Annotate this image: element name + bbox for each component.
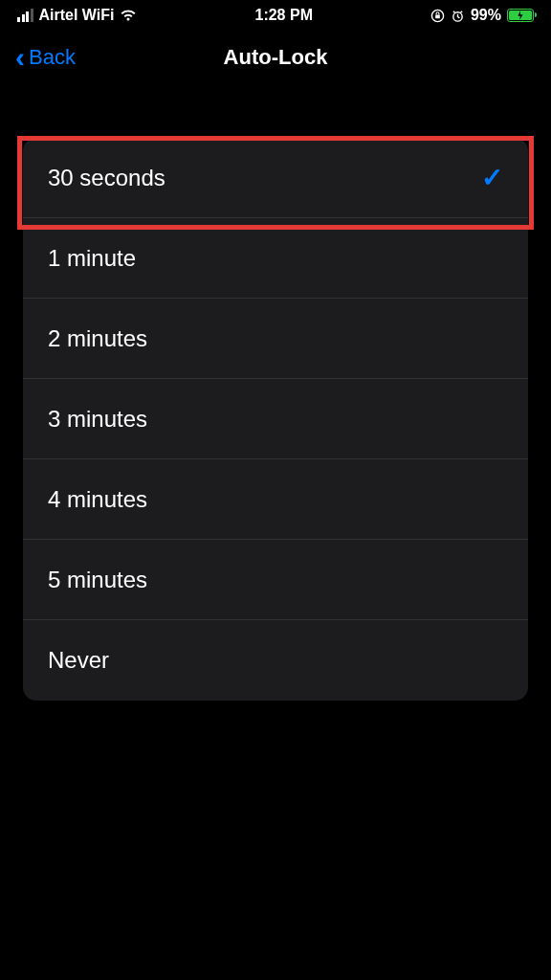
status-time: 1:28 PM	[254, 7, 312, 24]
status-left: Airtel WiFi	[17, 7, 137, 24]
back-button[interactable]: ‹ Back	[15, 43, 76, 72]
signal-icon	[17, 9, 33, 22]
back-label: Back	[29, 45, 76, 70]
option-3-minutes[interactable]: 3 minutes	[23, 379, 528, 459]
checkmark-icon: ✓	[481, 162, 503, 193]
autolock-options-list: 30 seconds ✓ 1 minute 2 minutes 3 minute…	[23, 138, 528, 701]
orientation-lock-icon	[430, 9, 445, 23]
carrier-label: Airtel WiFi	[39, 7, 115, 24]
option-label: 30 seconds	[48, 165, 165, 191]
page-title: Auto-Lock	[224, 45, 328, 70]
option-never[interactable]: Never	[23, 620, 528, 701]
option-4-minutes[interactable]: 4 minutes	[23, 459, 528, 540]
chevron-left-icon: ‹	[15, 43, 25, 72]
option-label: 1 minute	[48, 245, 136, 272]
option-label: Never	[48, 647, 109, 674]
status-right: 99%	[430, 7, 534, 24]
option-1-minute[interactable]: 1 minute	[23, 218, 528, 299]
option-5-minutes[interactable]: 5 minutes	[23, 540, 528, 620]
wifi-icon	[120, 9, 137, 22]
option-label: 2 minutes	[48, 325, 147, 352]
option-2-minutes[interactable]: 2 minutes	[23, 299, 528, 379]
option-label: 3 minutes	[48, 406, 147, 433]
alarm-icon	[451, 9, 465, 23]
battery-pct: 99%	[471, 7, 501, 24]
status-bar: Airtel WiFi 1:28 PM 99%	[0, 0, 551, 31]
option-label: 5 minutes	[48, 567, 147, 593]
option-label: 4 minutes	[48, 486, 147, 513]
option-30-seconds[interactable]: 30 seconds ✓	[23, 138, 528, 218]
svg-rect-1	[435, 14, 440, 18]
nav-header: ‹ Back Auto-Lock	[0, 31, 551, 84]
battery-icon	[507, 9, 534, 22]
